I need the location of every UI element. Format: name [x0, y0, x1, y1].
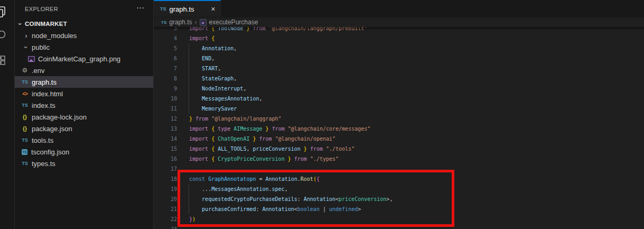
file-label: index.ts	[32, 102, 55, 109]
root-folder-label: COINMARKET	[25, 21, 67, 27]
line-number: 10	[154, 96, 177, 102]
code-area[interactable]: 3import { ToolNode } from "@langchain/la…	[154, 23, 644, 229]
ts-icon: TS	[161, 20, 166, 25]
code-text: purchaseConfirmed: Annotation<boolean | …	[177, 206, 361, 212]
code-text: })	[177, 216, 195, 222]
file-label: tsconfig.json	[31, 148, 69, 156]
sidebar-item--env[interactable]: ⚙.env	[15, 65, 153, 76]
ts-icon: TS	[21, 160, 29, 167]
sidebar-item-tsconfig-json[interactable]: TStsconfig.json	[15, 146, 153, 158]
line-number: 16	[154, 156, 177, 162]
line-number: 14	[154, 136, 177, 142]
code-line-12[interactable]: 12} from "@langchain/langgraph"	[154, 114, 644, 124]
indent-guide	[189, 94, 189, 104]
sidebar-item-package-lock-json[interactable]: {}package-lock.json	[15, 111, 153, 123]
json-icon: {}	[21, 113, 29, 121]
sidebar-item-tools-ts[interactable]: TStools.ts	[15, 134, 153, 146]
code-text: import { CryptoPriceConversion } from ".…	[177, 156, 339, 162]
tsconfig-icon: TS	[22, 149, 27, 155]
breadcrumb-symbol[interactable]: executePurchase	[209, 19, 258, 26]
code-line-23[interactable]: 23	[154, 224, 644, 229]
code-line-10[interactable]: 10 MessagesAnnotation,	[154, 94, 644, 104]
code-line-8[interactable]: 8 StateGraph,	[154, 74, 644, 84]
sidebar-item-index-ts[interactable]: TSindex.ts	[15, 99, 153, 111]
sidebar-root-folder[interactable]: › COINMARKET	[15, 18, 153, 30]
ts-icon: TS	[21, 78, 29, 86]
sidebar-item-graph-ts[interactable]: TSgraph.ts	[15, 76, 153, 88]
indent-guide	[189, 84, 189, 94]
code-line-14[interactable]: 14import { ChatOpenAI } from "@langchain…	[154, 134, 644, 144]
file-tree: ›node_modules›publicCoinMarketCap_graph.…	[15, 30, 153, 169]
line-number: 19	[154, 186, 177, 192]
breadcrumb-file[interactable]: graph.ts	[169, 19, 192, 26]
file-label: graph.ts	[32, 78, 57, 86]
indent-guide	[189, 204, 189, 214]
code-text: import {	[177, 35, 214, 41]
more-actions-icon[interactable]: ⋯	[136, 3, 145, 13]
code-line-22[interactable]: 22})	[154, 214, 644, 224]
line-number: 12	[154, 116, 177, 122]
search-icon[interactable]	[0, 30, 7, 42]
indent-guide	[189, 74, 189, 84]
sidebar-item-types-ts[interactable]: TStypes.ts	[15, 158, 153, 169]
code-line-17[interactable]: 17	[154, 164, 644, 174]
close-icon[interactable]: ✕	[211, 6, 216, 13]
indent-guide	[189, 63, 189, 74]
line-number: 17	[154, 166, 177, 172]
code-line-7[interactable]: 7 START,	[154, 63, 644, 74]
editor-group: TS graph.ts ✕ TS graph.ts › ◆ executePur…	[154, 0, 644, 229]
code-line-18[interactable]: 18const GraphAnnotatopn = Annotation.Roo…	[154, 174, 644, 184]
line-number: 20	[154, 196, 177, 202]
file-label: .env	[32, 67, 45, 75]
code-text: const GraphAnnotatopn = Annotation.Root(…	[177, 176, 320, 182]
code-line-15[interactable]: 15import { ALL_TOOLS, priceConversion } …	[154, 144, 644, 154]
code-text: NodeInterrupt,	[177, 86, 246, 91]
json-icon: {}	[21, 125, 29, 132]
activity-bar	[0, 0, 15, 229]
code-text: ...MessagesAnnotation.spec,	[177, 186, 288, 192]
file-label: index.html	[32, 90, 63, 98]
code-text: Annotation,	[177, 45, 237, 51]
line-number: 22	[154, 216, 177, 222]
sidebar-item-package-json[interactable]: {}package.json	[15, 123, 153, 134]
line-number: 6	[154, 56, 177, 61]
explorer-title: EXPLORER	[25, 6, 58, 12]
explorer-sidebar: EXPLORER ⋯ › COINMARKET ›node_modules›pu…	[15, 0, 154, 229]
line-number: 18	[154, 176, 177, 182]
code-line-11[interactable]: 11 MemorySaver	[154, 104, 644, 114]
method-symbol-icon: ◆	[200, 19, 207, 26]
file-label: types.ts	[32, 160, 55, 168]
line-number: 5	[154, 45, 177, 51]
code-line-13[interactable]: 13import { type AIMessage } from "@langc…	[154, 124, 644, 134]
line-number: 15	[154, 146, 177, 152]
line-number: 13	[154, 126, 177, 132]
line-number: 21	[154, 206, 177, 212]
line-number: 7	[154, 66, 177, 71]
sidebar-item-coinmarketcap-graph-png[interactable]: CoinMarketCap_graph.png	[15, 53, 153, 65]
code-line-20[interactable]: 20 requestedCryptoPurchaseDetails: Annot…	[154, 194, 644, 204]
indent-guide	[189, 184, 189, 194]
line-number: 23	[154, 226, 177, 229]
tab-graph-ts[interactable]: TS graph.ts ✕	[154, 0, 221, 17]
code-text: START,	[177, 66, 221, 71]
breadcrumb: TS graph.ts › ◆ executePurchase	[154, 17, 644, 27]
code-line-21[interactable]: 21 purchaseConfirmed: Annotation<boolean…	[154, 204, 644, 214]
sidebar-item-public[interactable]: ›public	[15, 41, 153, 53]
explorer-icon[interactable]	[0, 5, 7, 18]
code-text: requestedCryptoPurchaseDetails: Annotati…	[177, 196, 393, 202]
extensions-icon[interactable]	[0, 54, 7, 67]
code-line-19[interactable]: 19 ...MessagesAnnotation.spec,	[154, 184, 644, 194]
sidebar-item-index-html[interactable]: <>index.html	[15, 88, 153, 99]
code-line-5[interactable]: 5 Annotation,	[154, 43, 644, 53]
html-icon: <>	[21, 90, 29, 97]
chevron-right-icon: ›	[195, 19, 197, 26]
sidebar-item-node-modules[interactable]: ›node_modules	[15, 30, 153, 41]
code-line-6[interactable]: 6 END,	[154, 53, 644, 63]
file-label: tools.ts	[32, 136, 53, 144]
code-line-16[interactable]: 16import { CryptoPriceConversion } from …	[154, 154, 644, 164]
gear-icon: ⚙	[21, 67, 29, 74]
chevron-right-icon: ›	[23, 33, 29, 39]
code-text: import { type AIMessage } from "@langcha…	[177, 126, 370, 132]
code-line-4[interactable]: 4import {	[154, 33, 644, 43]
code-line-9[interactable]: 9 NodeInterrupt,	[154, 84, 644, 94]
